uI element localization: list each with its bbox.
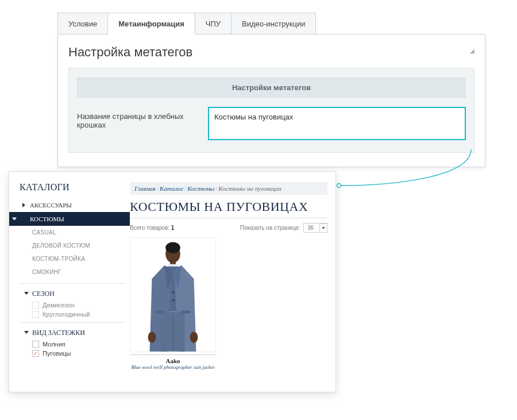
panel-title: Настройка метатегов ◢ <box>68 45 474 60</box>
sidebar-item-accessories[interactable]: АКСЕССУАРЫ <box>20 198 125 212</box>
sidebar-item-suits[interactable]: КОСТЮМЫ <box>9 212 130 226</box>
collapse-caret-icon[interactable]: ◢ <box>470 48 474 54</box>
facet-fastener-title[interactable]: ВИД ЗАСТЕЖКИ <box>24 329 125 337</box>
svg-point-13 <box>148 332 156 343</box>
breadcrumb-title-label: Название страницы в хлебных крошках <box>77 107 208 129</box>
product-desc: Blue wool twill photographer suit jacket <box>130 364 216 371</box>
panel-title-text: Настройка метатегов <box>68 45 192 59</box>
checkbox-icon <box>32 311 39 318</box>
svg-point-10 <box>172 299 175 302</box>
svg-rect-15 <box>155 311 164 314</box>
sidebar-sub-tuxedo[interactable]: СМОКИНГ <box>20 265 125 279</box>
facet-season-title[interactable]: СЕЗОН <box>24 290 125 298</box>
tab-video[interactable]: Видео-инструкции <box>231 13 316 34</box>
product-brand: Aako <box>130 357 216 364</box>
sidebar-sub-threepiece[interactable]: КОСТЮМ-ТРОЙКА <box>20 252 125 265</box>
facet-opt-label: Круглогодичный <box>43 311 90 318</box>
per-page-value: 36 <box>307 225 314 231</box>
tab-sef[interactable]: ЧПУ <box>195 13 232 34</box>
breadcrumb-current: Костюмы на пуговицах <box>218 185 281 192</box>
per-page-label: Показать на странице: <box>240 225 300 231</box>
tabs-bar: Условие Метаинформация ЧПУ Видео-инструк… <box>57 13 485 34</box>
facet-opt-label: Молния <box>43 341 65 348</box>
checkbox-icon <box>32 341 39 348</box>
tab-condition[interactable]: Условие <box>57 13 108 34</box>
total-value: 1 <box>171 225 175 231</box>
breadcrumb-home[interactable]: Главная <box>134 185 156 192</box>
svg-rect-16 <box>182 311 191 314</box>
product-card[interactable]: Aako Blue wool twill photographer suit j… <box>130 237 216 371</box>
chevron-down-icon <box>319 224 327 233</box>
checkbox-checked-icon: ✓ <box>32 350 39 357</box>
total-label: Всего товаров: <box>130 225 169 231</box>
facet-opt-buttons[interactable]: ✓ Пуговицы <box>24 350 125 357</box>
facet-opt-label: Пуговицы <box>43 350 71 357</box>
tab-metainfo[interactable]: Метаинформация <box>107 13 195 34</box>
catalog-heading: КАТАЛОГИ <box>20 182 125 192</box>
per-page-select[interactable]: 36 <box>303 223 327 233</box>
svg-point-0 <box>337 184 341 188</box>
facet-opt-demiseason: Демисезон <box>24 302 125 309</box>
facet-opt-label: Демисезон <box>43 302 75 309</box>
section-header: Настройки метатегов <box>77 78 466 98</box>
svg-point-9 <box>172 291 175 294</box>
checkbox-icon <box>32 302 39 309</box>
facet-opt-allyear: Круглогодичный <box>24 311 125 318</box>
breadcrumb-title-input[interactable] <box>208 107 466 140</box>
breadcrumb-suits[interactable]: Костюмы <box>187 185 214 192</box>
svg-point-14 <box>190 332 198 343</box>
sidebar-sub-business[interactable]: ДЕЛОВОЙ КОСТЮМ <box>20 239 125 252</box>
breadcrumb: Главная/Каталог/Костюмы/Костюмы на пугов… <box>130 182 327 195</box>
facet-opt-zipper[interactable]: Молния <box>24 341 125 348</box>
breadcrumb-catalog[interactable]: Каталог <box>160 185 183 192</box>
sidebar-sub-casual[interactable]: CASUAL <box>20 226 125 239</box>
product-image <box>130 237 216 352</box>
page-title: КОСТЮМЫ НА ПУГОВИЦАХ <box>130 199 327 218</box>
svg-point-3 <box>165 242 180 253</box>
total-count: Всего товаров: 1 <box>130 225 174 231</box>
